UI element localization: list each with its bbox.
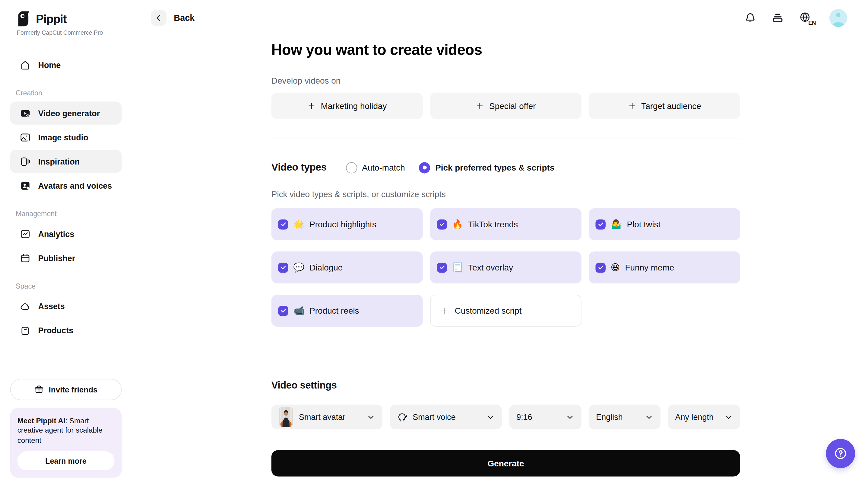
sidebar-item-label: Publisher xyxy=(38,253,75,262)
invite-friends-button[interactable]: Invite friends xyxy=(10,378,122,400)
sidebar-item-inspiration[interactable]: Inspiration xyxy=(10,150,122,173)
type-card-funny-meme[interactable]: 😆 Funny meme xyxy=(589,252,740,283)
sidebar-item-label: Avatars and voices xyxy=(38,181,112,190)
back-button[interactable] xyxy=(151,10,166,26)
checkbox-checked[interactable] xyxy=(595,219,605,229)
invite-friends-label: Invite friends xyxy=(49,385,98,394)
language-dropdown[interactable]: English xyxy=(589,404,660,429)
card-emoji: 📃 xyxy=(452,263,463,272)
assets-icon xyxy=(20,301,31,312)
type-card-dialogue[interactable]: 💬 Dialogue xyxy=(272,252,423,283)
video-generator-icon xyxy=(20,108,31,119)
divider xyxy=(272,139,740,139)
sidebar-item-home[interactable]: Home xyxy=(10,53,122,76)
generate-button[interactable]: Generate xyxy=(272,450,740,476)
type-card-tiktok-trends[interactable]: 🔥 TikTok trends xyxy=(430,208,582,240)
brand-logo: Pippit xyxy=(10,10,122,27)
language-switcher[interactable]: EN xyxy=(799,11,814,25)
chevron-left-icon xyxy=(155,14,162,22)
notification-bell-icon[interactable] xyxy=(744,12,756,24)
check-icon xyxy=(280,264,286,271)
check-icon xyxy=(280,308,286,314)
checkbox-checked[interactable] xyxy=(278,306,288,315)
add-target-audience-button[interactable]: Target audience xyxy=(589,93,740,119)
divider xyxy=(272,355,740,355)
chevron-down-icon xyxy=(566,413,574,421)
check-icon xyxy=(280,221,286,227)
video-settings-row: Smart avatar Smart voice 9:16 Engli xyxy=(272,404,740,429)
card-emoji: 🌟 xyxy=(293,220,304,229)
topbar-icons: EN xyxy=(744,9,847,27)
aspect-ratio-dropdown[interactable]: 9:16 xyxy=(509,404,582,429)
video-length-dropdown[interactable]: Any length xyxy=(668,404,740,429)
type-card-product-reels[interactable]: 📹 Product reels xyxy=(272,295,423,326)
image-studio-icon xyxy=(20,132,31,143)
checkbox-checked[interactable] xyxy=(437,219,447,229)
sidebar-item-assets[interactable]: Assets xyxy=(10,295,122,318)
sidebar-nav: Home Creation Video generator Imag xyxy=(10,53,122,343)
card-emoji: 😆 xyxy=(611,263,620,272)
checkbox-checked[interactable] xyxy=(278,219,288,229)
card-emoji: 💬 xyxy=(293,263,304,272)
plus-icon xyxy=(307,102,316,110)
video-types-row: Video types Auto-match Pick preferred ty… xyxy=(272,162,740,173)
home-icon xyxy=(20,59,31,70)
checkbox-checked[interactable] xyxy=(437,262,447,272)
learn-more-button[interactable]: Learn more xyxy=(18,451,115,470)
chevron-down-icon xyxy=(367,413,375,421)
sidebar-item-analytics[interactable]: Analytics xyxy=(10,222,122,245)
smart-voice-dropdown[interactable]: Smart voice xyxy=(390,404,502,429)
user-avatar[interactable] xyxy=(829,9,847,27)
help-button[interactable] xyxy=(826,439,855,468)
analytics-icon xyxy=(20,228,31,239)
content: How you want to create videos Develop vi… xyxy=(272,36,740,476)
inspiration-icon xyxy=(20,156,31,167)
sidebar-item-publisher[interactable]: Publisher xyxy=(10,246,122,269)
sidebar: Pippit Formerly CapCut Commerce Pro Home… xyxy=(0,0,131,483)
app: Pippit Formerly CapCut Commerce Pro Home… xyxy=(0,0,868,483)
card-emoji: 🤷‍♂️ xyxy=(611,220,622,229)
video-types-label: Video types xyxy=(272,162,327,173)
page-title: How you want to create videos xyxy=(272,42,740,59)
type-card-text-overlay[interactable]: 📃 Text overlay xyxy=(430,252,582,283)
sidebar-item-products[interactable]: Products xyxy=(10,319,122,342)
checkbox-checked[interactable] xyxy=(595,262,605,272)
sidebar-item-label: Video generator xyxy=(38,109,100,118)
customized-script-button[interactable]: Customized script xyxy=(430,295,582,326)
check-icon xyxy=(597,221,603,227)
type-card-product-highlights[interactable]: 🌟 Product highlights xyxy=(272,208,423,240)
video-settings-title: Video settings xyxy=(272,379,740,391)
publisher-icon xyxy=(20,252,31,263)
task-stack-icon[interactable] xyxy=(772,12,784,24)
type-card-plot-twist[interactable]: 🤷‍♂️ Plot twist xyxy=(589,208,740,240)
sidebar-item-label: Analytics xyxy=(38,229,74,238)
add-special-offer-button[interactable]: Special offer xyxy=(430,93,582,119)
card-emoji: 📹 xyxy=(293,306,304,315)
gift-icon xyxy=(34,385,44,394)
voice-icon xyxy=(397,412,407,422)
check-icon xyxy=(439,264,445,271)
checkbox-checked[interactable] xyxy=(278,262,288,272)
section-label-space: Space xyxy=(16,282,122,290)
pippit-ai-promo-card: Meet Pippit AI: Smart creative agent for… xyxy=(10,408,122,478)
promo-text: Meet Pippit AI: Smart creative agent for… xyxy=(18,416,115,445)
check-icon xyxy=(597,264,603,271)
sidebar-item-video-generator[interactable]: Video generator xyxy=(10,102,122,125)
smart-avatar-dropdown[interactable]: Smart avatar xyxy=(272,404,382,429)
sidebar-item-image-studio[interactable]: Image studio xyxy=(10,125,122,148)
sidebar-item-avatars-voices[interactable]: Avatars and voices xyxy=(10,174,122,197)
sidebar-item-label: Home xyxy=(38,60,61,69)
add-marketing-holiday-button[interactable]: Marketing holiday xyxy=(272,93,423,119)
develop-options-row: Marketing holiday Special offer Target a… xyxy=(272,93,740,119)
radio-auto-match[interactable]: Auto-match xyxy=(346,162,405,173)
brand-tagline: Formerly CapCut Commerce Pro xyxy=(10,29,122,36)
radio-pick-preferred[interactable]: Pick preferred types & scripts xyxy=(419,162,554,173)
chevron-down-icon xyxy=(486,413,495,421)
radio-circle xyxy=(346,162,357,173)
sidebar-item-label: Inspiration xyxy=(38,157,80,166)
sidebar-item-label: Products xyxy=(38,326,73,335)
radio-circle-selected xyxy=(419,162,430,173)
section-label-creation: Creation xyxy=(16,89,122,97)
products-icon xyxy=(20,325,31,336)
back-label: Back xyxy=(174,13,194,23)
